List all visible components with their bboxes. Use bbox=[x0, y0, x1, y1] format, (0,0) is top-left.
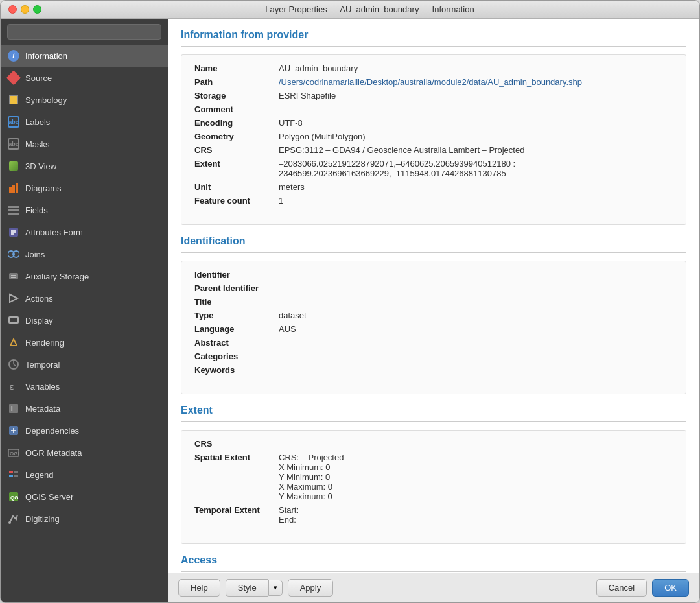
field-label-extent: Extent bbox=[191, 157, 275, 180]
field-value-temporal-extent: Start: End: bbox=[275, 503, 677, 526]
variables-icon: ε bbox=[7, 380, 20, 393]
sidebar-item-ogr-metadata[interactable]: OGR OGR Metadata bbox=[1, 442, 168, 464]
svg-text:ε: ε bbox=[9, 382, 14, 392]
table-row: Storage ESRI Shapefile bbox=[191, 89, 677, 102]
field-value-encoding: UTF-8 bbox=[275, 116, 677, 130]
field-value-geometry: Polygon (MultiPolygon) bbox=[275, 130, 677, 143]
table-row: Feature count 1 bbox=[191, 194, 677, 207]
identification-section-title: Identification bbox=[181, 235, 686, 247]
access-section-title: Access bbox=[181, 554, 686, 566]
qgis-server-icon: QGS bbox=[7, 490, 20, 503]
sidebar-label-joins: Joins bbox=[25, 250, 45, 259]
field-value-parent-identifier bbox=[275, 281, 677, 295]
cancel-button[interactable]: Cancel bbox=[596, 579, 647, 597]
table-row: Type dataset bbox=[191, 309, 677, 322]
table-row: Spatial Extent CRS: – Projected X Minimu… bbox=[191, 451, 677, 503]
table-row: CRS bbox=[191, 437, 677, 451]
field-label-spatial-extent: Spatial Extent bbox=[191, 451, 275, 503]
field-value-identifier bbox=[275, 268, 677, 281]
field-label-path: Path bbox=[191, 75, 275, 89]
right-panel: Information from provider Name AU_admin_… bbox=[168, 19, 699, 602]
sidebar-item-diagrams[interactable]: Diagrams bbox=[1, 177, 168, 199]
field-label-title: Title bbox=[191, 295, 275, 309]
field-label-feature-count: Feature count bbox=[191, 194, 275, 207]
sidebar-item-3dview[interactable]: 3D View bbox=[1, 155, 168, 177]
sidebar-label-source: Source bbox=[25, 73, 52, 83]
sidebar-item-symbology[interactable]: Symbology bbox=[1, 89, 168, 111]
sidebar-label-information: Information bbox=[25, 51, 67, 61]
display-icon bbox=[7, 314, 20, 327]
search-input[interactable] bbox=[7, 24, 161, 40]
field-label-geometry: Geometry bbox=[191, 130, 275, 143]
sidebar-item-display[interactable]: Display bbox=[1, 309, 168, 331]
provider-divider bbox=[181, 46, 686, 47]
ok-button[interactable]: OK bbox=[652, 579, 689, 597]
sidebar-item-metadata[interactable]: i Metadata bbox=[1, 397, 168, 420]
attributes-form-icon bbox=[7, 226, 20, 239]
sidebar-item-source[interactable]: Source bbox=[1, 67, 168, 89]
field-label-storage: Storage bbox=[191, 89, 275, 102]
extent-divider bbox=[181, 421, 686, 422]
sidebar-label-masks: Masks bbox=[25, 139, 50, 149]
auxiliary-storage-icon bbox=[7, 270, 20, 283]
masks-icon: abc bbox=[7, 137, 20, 150]
3dview-icon bbox=[7, 160, 20, 172]
sidebar-item-digitizing[interactable]: Digitizing bbox=[1, 508, 168, 530]
svg-line-21 bbox=[14, 364, 16, 366]
apply-button[interactable]: Apply bbox=[288, 579, 334, 597]
sidebar-item-auxiliary-storage[interactable]: Auxiliary Storage bbox=[1, 265, 168, 287]
sidebar-item-dependencies[interactable]: Dependencies bbox=[1, 420, 168, 442]
style-dropdown-arrow[interactable]: ▾ bbox=[268, 580, 283, 596]
path-link[interactable]: /Users/codrinamariaille/Desktop/australi… bbox=[279, 77, 582, 87]
sidebar-item-legend[interactable]: Legend bbox=[1, 464, 168, 486]
field-value-extent: –2083066.0252191228792071,–6460625.20659… bbox=[275, 157, 677, 180]
sidebar-item-attributes-form[interactable]: Attributes Form bbox=[1, 221, 168, 243]
sidebar-item-information[interactable]: i Information bbox=[1, 45, 168, 67]
sidebar-item-joins[interactable]: Joins bbox=[1, 243, 168, 265]
sidebar-item-temporal[interactable]: Temporal bbox=[1, 353, 168, 375]
help-button[interactable]: Help bbox=[178, 579, 220, 597]
style-button[interactable]: Style bbox=[226, 579, 268, 597]
field-value-feature-count: 1 bbox=[275, 194, 677, 207]
identification-divider bbox=[181, 252, 686, 253]
source-icon bbox=[7, 71, 20, 84]
sidebar-label-3dview: 3D View bbox=[25, 161, 56, 171]
field-value-type: dataset bbox=[275, 309, 677, 322]
sidebar-label-attributes-form: Attributes Form bbox=[25, 228, 83, 237]
field-label-unit: Unit bbox=[191, 180, 275, 194]
window-controls bbox=[8, 5, 41, 14]
sidebar-item-variables[interactable]: ε Variables bbox=[1, 375, 168, 397]
maximize-button[interactable] bbox=[33, 5, 41, 14]
svg-rect-12 bbox=[9, 273, 18, 279]
sidebar-item-masks[interactable]: abc Masks bbox=[1, 133, 168, 155]
field-value-comment bbox=[275, 102, 677, 116]
svg-rect-1 bbox=[12, 185, 15, 193]
sidebar-label-variables: Variables bbox=[25, 382, 60, 392]
sidebar-item-labels[interactable]: abc Labels bbox=[1, 111, 168, 133]
close-button[interactable] bbox=[8, 5, 17, 14]
table-row: Language AUS bbox=[191, 322, 677, 336]
table-row: CRS EPSG:3112 – GDA94 / Geoscience Austr… bbox=[191, 143, 677, 157]
identification-table-container: Identifier Parent Identifier Title bbox=[181, 261, 686, 394]
main-window: Layer Properties — AU_admin_boundary — I… bbox=[0, 0, 700, 603]
sidebar-item-fields[interactable]: Fields bbox=[1, 199, 168, 221]
table-row: Comment bbox=[191, 102, 677, 116]
field-value-path: /Users/codrinamariaille/Desktop/australi… bbox=[275, 75, 677, 89]
sidebar-item-rendering[interactable]: Rendering bbox=[1, 331, 168, 353]
extent-table-container: CRS Spatial Extent CRS: – Projected X Mi… bbox=[181, 430, 686, 544]
field-label-language: Language bbox=[191, 322, 275, 336]
provider-table-container: Name AU_admin_boundary Path /Users/codri… bbox=[181, 54, 686, 225]
sidebar-item-actions[interactable]: Actions bbox=[1, 287, 168, 309]
sidebar-label-display: Display bbox=[25, 316, 53, 325]
table-row: Name AU_admin_boundary bbox=[191, 62, 677, 75]
minimize-button[interactable] bbox=[21, 5, 29, 14]
provider-section-title: Information from provider bbox=[181, 29, 686, 41]
sidebar-item-qgis-server[interactable]: QGS QGIS Server bbox=[1, 486, 168, 508]
sidebar-label-actions: Actions bbox=[25, 294, 53, 303]
field-label-name: Name bbox=[191, 62, 275, 75]
sidebar-label-digitizing: Digitizing bbox=[25, 514, 60, 524]
field-value-title bbox=[275, 295, 677, 309]
content-area: Information from provider Name AU_admin_… bbox=[168, 19, 699, 573]
field-label-identifier: Identifier bbox=[191, 268, 275, 281]
field-label-parent-identifier: Parent Identifier bbox=[191, 281, 275, 295]
